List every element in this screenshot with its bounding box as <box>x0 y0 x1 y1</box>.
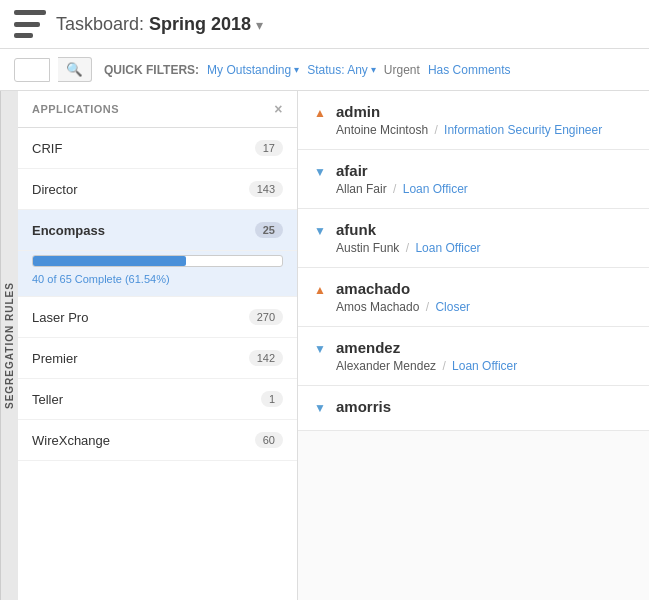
progress-bar-bg <box>32 255 283 267</box>
app-item-encompass[interactable]: Encompass 25 <box>18 210 297 251</box>
user-info: amendez Alexander Mendez / Loan Officer <box>336 339 517 373</box>
user-info: amorris <box>336 398 391 418</box>
content-area: ▲ admin Antoine Mcintosh / Information S… <box>298 91 649 600</box>
table-row[interactable]: ▲ admin Antoine Mcintosh / Information S… <box>298 91 649 150</box>
username: amorris <box>336 398 391 415</box>
quick-filters-label: QUICK FILTERS: <box>104 63 199 77</box>
user-role: Closer <box>435 300 470 314</box>
apps-panel-close[interactable]: × <box>274 101 283 117</box>
app-name-crif: CRIF <box>32 141 62 156</box>
chevron-down-icon: ▼ <box>314 224 326 238</box>
apps-panel: APPLICATIONS × CRIF 17 Director 143 Enco… <box>18 91 298 600</box>
app-badge-laserpro: 270 <box>249 309 283 325</box>
my-outstanding-arrow: ▾ <box>294 64 299 75</box>
app-item-wirexchange[interactable]: WireXchange 60 <box>18 420 297 461</box>
table-row[interactable]: ▼ amendez Alexander Mendez / Loan Office… <box>298 327 649 386</box>
chevron-up-icon: ▲ <box>314 106 326 120</box>
user-detail: Amos Machado / Closer <box>336 300 470 314</box>
table-row[interactable]: ▼ afunk Austin Funk / Loan Officer <box>298 209 649 268</box>
user-name: Amos Machado <box>336 300 419 314</box>
chevron-up-icon: ▲ <box>314 283 326 297</box>
username: afair <box>336 162 468 179</box>
main-layout: SEGREGATION RULES APPLICATIONS × CRIF 17… <box>0 91 649 600</box>
app-item-director[interactable]: Director 143 <box>18 169 297 210</box>
status-any-filter[interactable]: Status: Any ▾ <box>307 63 376 77</box>
username: amachado <box>336 280 470 297</box>
header: Taskboard: Spring 2018 ▾ <box>0 0 649 49</box>
table-row[interactable]: ▼ afair Allan Fair / Loan Officer <box>298 150 649 209</box>
chevron-down-icon: ▼ <box>314 342 326 356</box>
user-detail: Austin Funk / Loan Officer <box>336 241 481 255</box>
urgent-filter[interactable]: Urgent <box>384 63 420 77</box>
user-detail: Antoine Mcintosh / Information Security … <box>336 123 602 137</box>
user-name: Antoine Mcintosh <box>336 123 428 137</box>
table-row[interactable]: ▼ amorris <box>298 386 649 431</box>
app-item-crif[interactable]: CRIF 17 <box>18 128 297 169</box>
apps-panel-header: APPLICATIONS × <box>18 91 297 128</box>
has-comments-filter[interactable]: Has Comments <box>428 63 511 77</box>
user-info: admin Antoine Mcintosh / Information Sec… <box>336 103 602 137</box>
table-row[interactable]: ▲ amachado Amos Machado / Closer <box>298 268 649 327</box>
user-role: Information Security Engineer <box>444 123 602 137</box>
app-name-director: Director <box>32 182 78 197</box>
app-badge-wirexchange: 60 <box>255 432 283 448</box>
my-outstanding-filter[interactable]: My Outstanding ▾ <box>207 63 299 77</box>
user-name: Alexander Mendez <box>336 359 436 373</box>
user-name: Austin Funk <box>336 241 399 255</box>
page-title: Taskboard: Spring 2018 ▾ <box>56 14 263 35</box>
progress-text: 40 of 65 Complete (61.54%) <box>32 273 170 285</box>
username: admin <box>336 103 602 120</box>
app-badge-director: 143 <box>249 181 283 197</box>
user-role: Loan Officer <box>403 182 468 196</box>
app-item-teller[interactable]: Teller 1 <box>18 379 297 420</box>
chevron-down-icon: ▼ <box>314 165 326 179</box>
user-detail: Alexander Mendez / Loan Officer <box>336 359 517 373</box>
user-info: amachado Amos Machado / Closer <box>336 280 470 314</box>
app-name-wirexchange: WireXchange <box>32 433 110 448</box>
chevron-down-icon: ▼ <box>314 401 326 415</box>
app-name-encompass: Encompass <box>32 223 105 238</box>
user-info: afunk Austin Funk / Loan Officer <box>336 221 481 255</box>
app-name-teller: Teller <box>32 392 63 407</box>
search-input[interactable] <box>14 58 50 82</box>
progress-area: 40 of 65 Complete (61.54%) <box>18 251 297 297</box>
user-role: Loan Officer <box>452 359 517 373</box>
progress-bar-fill <box>33 256 186 266</box>
app-name-premier: Premier <box>32 351 78 366</box>
taskboard-icon <box>14 10 46 38</box>
app-item-laserpro[interactable]: Laser Pro 270 <box>18 297 297 338</box>
username: afunk <box>336 221 481 238</box>
app-badge-crif: 17 <box>255 140 283 156</box>
user-name: Allan Fair <box>336 182 387 196</box>
app-badge-premier: 142 <box>249 350 283 366</box>
user-info: afair Allan Fair / Loan Officer <box>336 162 468 196</box>
user-detail: Allan Fair / Loan Officer <box>336 182 468 196</box>
app-badge-teller: 1 <box>261 391 283 407</box>
title-prefix: Taskboard: <box>56 14 149 34</box>
apps-panel-title: APPLICATIONS <box>32 103 119 115</box>
app-item-premier[interactable]: Premier 142 <box>18 338 297 379</box>
title-name: Spring 2018 <box>149 14 251 34</box>
app-name-laserpro: Laser Pro <box>32 310 88 325</box>
title-dropdown-arrow[interactable]: ▾ <box>256 17 263 33</box>
username: amendez <box>336 339 517 356</box>
search-button[interactable]: 🔍 <box>58 57 92 82</box>
segregation-rules-label: SEGREGATION RULES <box>0 91 18 600</box>
user-role: Loan Officer <box>415 241 480 255</box>
status-arrow: ▾ <box>371 64 376 75</box>
app-badge-encompass: 25 <box>255 222 283 238</box>
toolbar: 🔍 QUICK FILTERS: My Outstanding ▾ Status… <box>0 49 649 91</box>
